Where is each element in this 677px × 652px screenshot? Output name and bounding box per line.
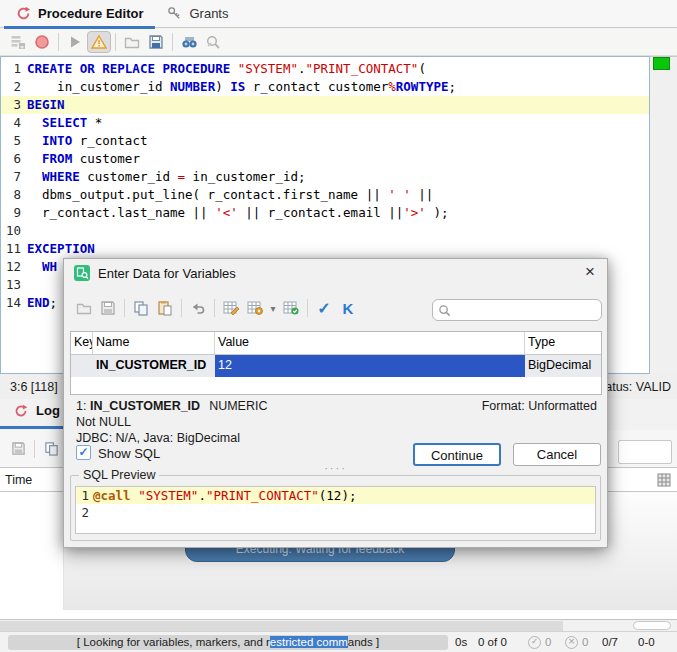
toolbar-divider — [58, 33, 59, 51]
warning-toggle-button[interactable] — [87, 31, 111, 53]
row-range: 0-0 — [638, 635, 655, 650]
caret-position: 3:6 [118] — [10, 380, 58, 394]
line-number: 1 — [1, 60, 27, 78]
tab-procedure-editor[interactable]: Procedure Editor — [4, 0, 155, 28]
rows-fetched: 0 of 0 — [478, 635, 507, 650]
tab-log[interactable]: Log — [14, 403, 60, 418]
code-line: 2 in_customer_id NUMBER) IS r_contact cu… — [1, 78, 649, 96]
line-number: 11 — [1, 240, 27, 258]
save-icon[interactable] — [96, 297, 120, 319]
tab-label: Log — [36, 403, 60, 418]
line-number: 8 — [1, 186, 27, 204]
statement-counter: 0/7 — [602, 635, 618, 650]
variables-table: Key Name Value Type IN_CUSTOMER_ID 12 Bi… — [70, 331, 602, 395]
code-line: 5 INTO r_contact — [1, 132, 649, 150]
refresh-icon — [16, 6, 31, 21]
horizontal-scrollbar[interactable] — [0, 619, 677, 631]
column-header-key[interactable]: Key — [71, 332, 93, 354]
save-to-database-button[interactable] — [6, 31, 30, 53]
app-window: Procedure Editor Grants — [0, 0, 677, 652]
save-icon[interactable] — [6, 438, 30, 460]
scrollbar-thumb[interactable] — [633, 621, 671, 630]
code-line: 2 — [76, 504, 595, 521]
line-number: 4 — [1, 114, 27, 132]
edit-grid-icon[interactable] — [219, 297, 243, 319]
progress-text: [ Looking for variables, markers, and r — [77, 636, 270, 648]
column-header-type[interactable]: Type — [525, 332, 601, 354]
column-header-value[interactable]: Value — [215, 332, 525, 354]
dialog-titlebar[interactable]: Enter Data for Variables × — [64, 259, 607, 287]
status-bar: [ Looking for variables, markers, and re… — [0, 631, 677, 652]
sql-preview-group: SQL Preview 1@call "SYSTEM"."PRINT_CONTA… — [70, 475, 601, 541]
line-number: 7 — [1, 168, 27, 186]
table-header-row: Key Name Value Type — [71, 332, 601, 355]
binoculars-icon[interactable] — [177, 31, 201, 53]
cell-type: BigDecimal — [525, 355, 601, 377]
grid-icon[interactable] — [657, 473, 671, 487]
cell-name: IN_CUSTOMER_ID — [93, 355, 215, 377]
toolbar-divider — [115, 33, 116, 51]
cell-key — [71, 355, 93, 377]
error-icon: ✕ — [565, 636, 578, 649]
column-header-name[interactable]: Name — [93, 332, 215, 354]
table-row[interactable]: IN_CUSTOMER_ID 12 BigDecimal — [71, 355, 601, 377]
format-label: Format: Unformatted — [482, 399, 597, 413]
open-icon[interactable] — [72, 297, 96, 319]
line-number: 5 — [1, 132, 27, 150]
progress-indicator: estricted comm — [270, 636, 348, 648]
paste-icon[interactable] — [153, 297, 177, 319]
log-panel-footer — [0, 610, 677, 619]
code-line: 3BEGIN — [1, 96, 649, 114]
toolbar-divider — [34, 440, 35, 458]
copy-icon[interactable] — [129, 297, 153, 319]
undo-icon[interactable] — [186, 297, 210, 319]
elapsed-time: 0s — [455, 635, 467, 650]
dialog-icon — [74, 265, 90, 281]
variable-index: 1: — [76, 399, 90, 413]
success-count: 0 — [545, 635, 551, 650]
code-line: 1@call "SYSTEM"."PRINT_CONTACT"(12); — [76, 487, 595, 504]
editor-scrollbar[interactable] — [650, 56, 677, 374]
grid-settings-icon[interactable] — [243, 297, 267, 319]
show-sql-label: Show SQL — [98, 446, 160, 461]
variable-search-box[interactable] — [432, 299, 602, 321]
grid-check-icon[interactable] — [279, 297, 303, 319]
close-icon[interactable]: × — [585, 262, 595, 282]
tab-grants[interactable]: Grants — [155, 0, 240, 28]
copy-icon[interactable] — [39, 438, 63, 460]
dialog-toolbar: ▾ ✓ K — [72, 295, 360, 321]
line-number: 3 — [1, 96, 27, 114]
code-line: 10 — [1, 222, 649, 240]
line-number: 2 — [76, 504, 93, 521]
line-number: 6 — [1, 150, 27, 168]
chevron-down-icon[interactable]: ▾ — [267, 297, 279, 319]
run-icon[interactable] — [63, 31, 87, 53]
sql-preview-editor[interactable]: 1@call "SYSTEM"."PRINT_CONTACT"(12);2 — [75, 486, 596, 534]
tab-label: Grants — [189, 6, 228, 21]
save-icon[interactable] — [144, 31, 168, 53]
open-icon[interactable] — [120, 31, 144, 53]
sql-tools-icon[interactable] — [201, 31, 225, 53]
sql-preview-label: SQL Preview — [79, 468, 159, 482]
code-line: 11EXCEPTION — [1, 240, 649, 258]
column-header-time[interactable]: Time — [5, 473, 32, 487]
search-input[interactable] — [451, 302, 601, 318]
apply-icon[interactable]: ✓ — [312, 297, 336, 319]
refresh-icon — [14, 404, 28, 418]
log-time-column — [0, 492, 64, 610]
code-line: 1CREATE OR REPLACE PROCEDURE "SYSTEM"."P… — [1, 60, 649, 78]
toolbar-divider — [181, 299, 182, 317]
toolbar-divider — [124, 299, 125, 317]
show-sql-checkbox[interactable]: ✓ — [76, 445, 91, 460]
editor-tabbar: Procedure Editor Grants — [0, 0, 677, 28]
variable-datatype: NUMERIC — [209, 399, 267, 413]
stop-icon[interactable] — [30, 31, 54, 53]
code-line: 8 dbms_output.put_line( r_contact.first_… — [1, 186, 649, 204]
log-filter-field[interactable] — [618, 440, 672, 464]
toolbar-divider — [307, 299, 308, 317]
cell-value-input[interactable]: 12 — [215, 355, 525, 377]
tab-label: Procedure Editor — [38, 6, 143, 21]
health-indicator — [653, 57, 670, 70]
first-row-icon[interactable]: K — [336, 297, 360, 319]
line-number: 14 — [1, 294, 27, 312]
